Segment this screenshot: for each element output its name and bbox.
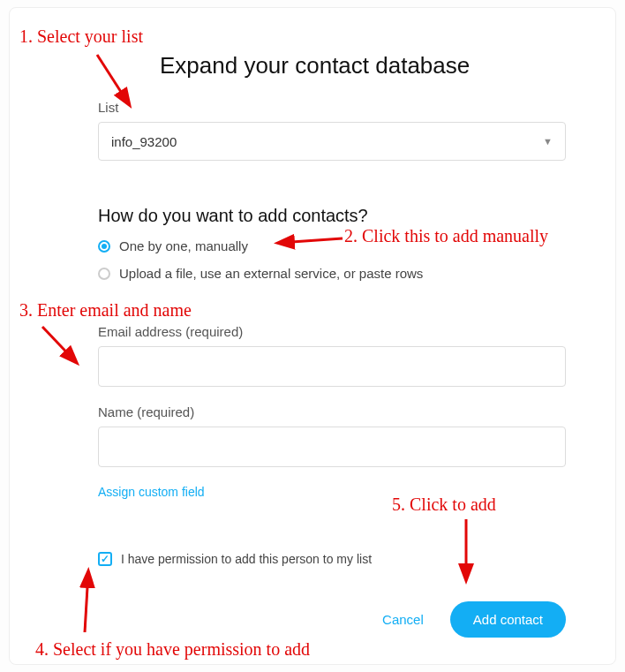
radio-manual-label: One by one, manually: [119, 238, 248, 253]
permission-checkbox[interactable]: [98, 552, 112, 566]
name-block: Name (required): [98, 404, 566, 467]
radio-icon: [98, 268, 110, 280]
radio-upload[interactable]: Upload a file, use an external service, …: [98, 266, 566, 281]
list-selected-value: info_93200: [111, 134, 177, 149]
list-section: List info_93200 ▼: [98, 100, 566, 161]
email-block: Email address (required): [98, 324, 566, 387]
actions-row: Cancel Add contact: [98, 601, 566, 638]
permission-row: I have permission to add this person to …: [98, 552, 566, 566]
radio-manual[interactable]: One by one, manually: [98, 238, 566, 253]
add-method-title: How do you want to add contacts?: [98, 206, 566, 226]
add-method-section: How do you want to add contacts? One by …: [98, 206, 566, 293]
email-field[interactable]: [98, 346, 566, 387]
email-label: Email address (required): [98, 324, 566, 339]
assign-custom-field-link[interactable]: Assign custom field: [98, 485, 566, 499]
radio-upload-label: Upload a file, use an external service, …: [119, 266, 423, 281]
page-title: Expand your contact database: [160, 52, 470, 79]
modal-card: Expand your contact database List info_9…: [9, 7, 616, 665]
add-contact-button[interactable]: Add contact: [450, 601, 566, 638]
contact-form: Email address (required) Name (required)…: [98, 324, 566, 499]
cancel-button[interactable]: Cancel: [382, 612, 424, 627]
list-label: List: [98, 100, 566, 115]
chevron-down-icon: ▼: [543, 136, 553, 147]
name-field[interactable]: [98, 427, 566, 467]
name-label: Name (required): [98, 404, 566, 419]
radio-icon: [98, 240, 110, 253]
permission-label: I have permission to add this person to …: [121, 552, 372, 566]
list-select[interactable]: info_93200 ▼: [98, 122, 566, 161]
